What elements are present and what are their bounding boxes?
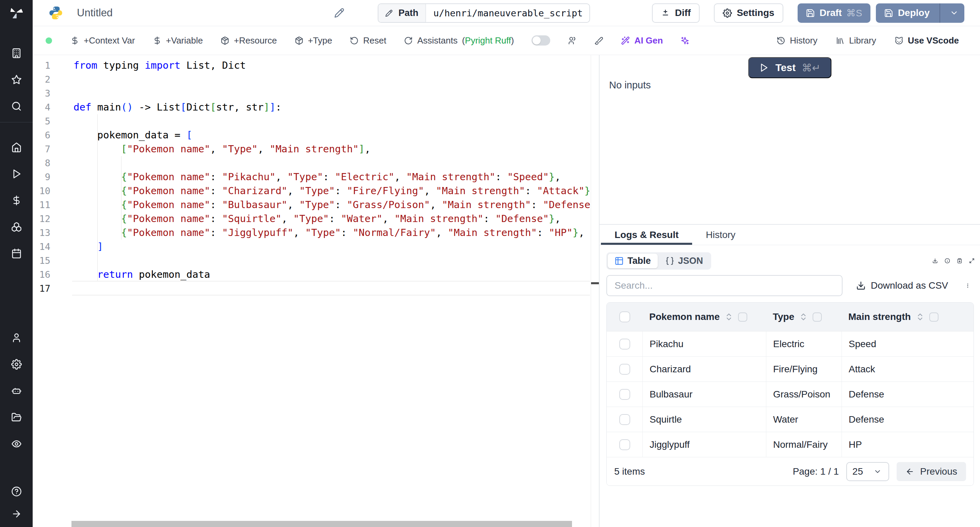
package-icon — [295, 36, 304, 45]
edit-summary-pencil-icon[interactable] — [334, 8, 344, 18]
sort-icon[interactable] — [724, 313, 733, 321]
add-type-button[interactable]: +Type — [295, 35, 332, 46]
main-area: Untitled Path u/henri/maneuverable_scrip… — [33, 0, 980, 527]
code-content[interactable]: from typing import List, Dictdef main() … — [73, 59, 590, 295]
library-button[interactable]: Library — [836, 35, 876, 46]
code-editor[interactable]: 1234567891011121314151617 from typing im… — [33, 55, 599, 527]
play-icon[interactable] — [0, 160, 33, 187]
table-cell: Fire/Flying — [766, 357, 842, 381]
building-icon[interactable] — [0, 40, 33, 66]
table-body: PikachuElectricSpeedCharizardFire/Flying… — [607, 331, 974, 457]
line-number: 7 — [33, 142, 50, 156]
add-context-var-button[interactable]: +Context Var — [70, 35, 135, 46]
test-shortcut: ⌘↵ — [802, 62, 821, 74]
play-icon — [759, 63, 769, 72]
tab-logs-result[interactable]: Logs & Result — [601, 225, 692, 245]
line-number: 16 — [33, 268, 50, 281]
arrow-left-icon — [905, 467, 915, 476]
search-icon[interactable] — [0, 93, 33, 119]
expand-icon[interactable] — [969, 256, 975, 266]
line-number: 10 — [33, 184, 50, 198]
table-more-menu[interactable] — [965, 281, 970, 291]
table-cell: Charizard — [643, 357, 766, 381]
horizontal-scrollbar[interactable] — [72, 521, 572, 527]
row-checkbox[interactable] — [619, 414, 630, 425]
user-icon[interactable] — [0, 324, 33, 351]
path-value[interactable]: u/henri/maneuverable_script — [426, 4, 590, 22]
eye-icon[interactable] — [0, 430, 33, 457]
folder-icon[interactable] — [0, 404, 33, 430]
windmill-logo-icon[interactable] — [0, 0, 33, 26]
add-resource-button[interactable]: +Resource — [221, 35, 277, 46]
dollar-icon[interactable] — [0, 187, 33, 214]
header-pokemon-name: Pokemon name — [643, 303, 766, 331]
column-filter-checkbox[interactable] — [929, 313, 939, 322]
multiplayer-toggle[interactable] — [531, 35, 550, 46]
deploy-button[interactable]: Deploy — [876, 3, 964, 23]
boxes-icon[interactable] — [0, 214, 33, 240]
collaborators-icon[interactable] — [568, 36, 577, 45]
download-result-icon[interactable] — [932, 256, 938, 266]
column-filter-checkbox[interactable] — [738, 313, 747, 322]
path-field[interactable]: Path u/henri/maneuverable_script — [378, 3, 590, 23]
code-line: return pokemon_data — [73, 268, 590, 281]
row-checkbox[interactable] — [619, 364, 630, 375]
home-icon[interactable] — [0, 134, 33, 160]
code-line: {"Pokemon name": "Charizard", "Type": "F… — [73, 184, 590, 198]
row-checkbox[interactable] — [619, 439, 630, 450]
draft-shortcut: ⌘S — [846, 8, 862, 19]
add-variable-button[interactable]: +Variable — [153, 35, 203, 46]
code-line: ["Pokemon name", "Type", "Main strength"… — [73, 142, 590, 156]
rotate-ccw-icon — [350, 36, 359, 45]
view-toggle-table[interactable]: Table — [608, 254, 658, 268]
info-icon[interactable] — [945, 256, 950, 266]
deploy-dropdown[interactable] — [945, 8, 964, 17]
select-all-checkbox[interactable] — [619, 311, 630, 322]
sort-icon[interactable] — [799, 313, 808, 321]
toolbar-right: History Library Use VScode — [776, 35, 959, 46]
table-cell: Jigglypuff — [643, 432, 766, 457]
settings-button[interactable]: Settings — [714, 3, 783, 23]
line-number: 15 — [33, 254, 50, 268]
use-vscode-button[interactable]: Use VScode — [894, 35, 959, 46]
column-filter-checkbox[interactable] — [813, 313, 822, 322]
table-row: PikachuElectricSpeed — [607, 331, 974, 356]
row-checkbox[interactable] — [619, 339, 630, 349]
sparkles-icon[interactable] — [681, 36, 689, 45]
test-button[interactable]: Test ⌘↵ — [748, 57, 832, 78]
settings-icon[interactable] — [0, 351, 33, 378]
draft-button[interactable]: Draft⌘S — [798, 3, 870, 23]
sidebar — [0, 0, 33, 527]
assistants-button[interactable]: Assistants(Pyright Ruff) — [404, 35, 514, 46]
code-line: {"Pokemon name": "Pikachu", "Type": "Ele… — [73, 170, 590, 184]
code-line: {"Pokemon name": "Jigglypuff", "Type": "… — [73, 226, 590, 240]
history-button[interactable]: History — [776, 35, 817, 46]
header-main-strength: Main strength — [842, 303, 974, 331]
row-select-cell — [607, 382, 643, 406]
view-toggle-json[interactable]: JSON — [659, 254, 710, 268]
star-icon[interactable] — [0, 66, 33, 93]
line-number: 17 — [33, 281, 50, 295]
help-icon[interactable] — [0, 480, 33, 503]
download-csv-button[interactable]: Download as CSV — [856, 280, 948, 291]
copy-clipboard-icon[interactable] — [957, 256, 962, 266]
calendar-icon[interactable] — [0, 240, 33, 267]
table-cell: Normal/Fairy — [766, 432, 842, 457]
table-cell: Defense — [842, 407, 974, 432]
tab-history[interactable]: History — [692, 225, 749, 245]
worker-icon[interactable] — [0, 378, 33, 404]
search-input[interactable] — [606, 275, 843, 296]
dollar-icon — [153, 36, 162, 45]
row-checkbox[interactable] — [619, 389, 630, 400]
status-dot — [46, 37, 52, 44]
sort-icon[interactable] — [916, 313, 924, 321]
reset-button[interactable]: Reset — [350, 35, 386, 46]
page-size-select[interactable]: 25 — [846, 462, 889, 481]
previous-page-button[interactable]: Previous — [897, 462, 966, 481]
code-line — [73, 72, 590, 86]
arrow-right-icon[interactable] — [0, 503, 33, 525]
chevron-down-icon — [950, 8, 959, 17]
format-brush-icon[interactable] — [595, 36, 603, 45]
ai-gen-button[interactable]: AI Gen — [621, 35, 663, 46]
diff-button[interactable]: Diff — [652, 3, 700, 23]
